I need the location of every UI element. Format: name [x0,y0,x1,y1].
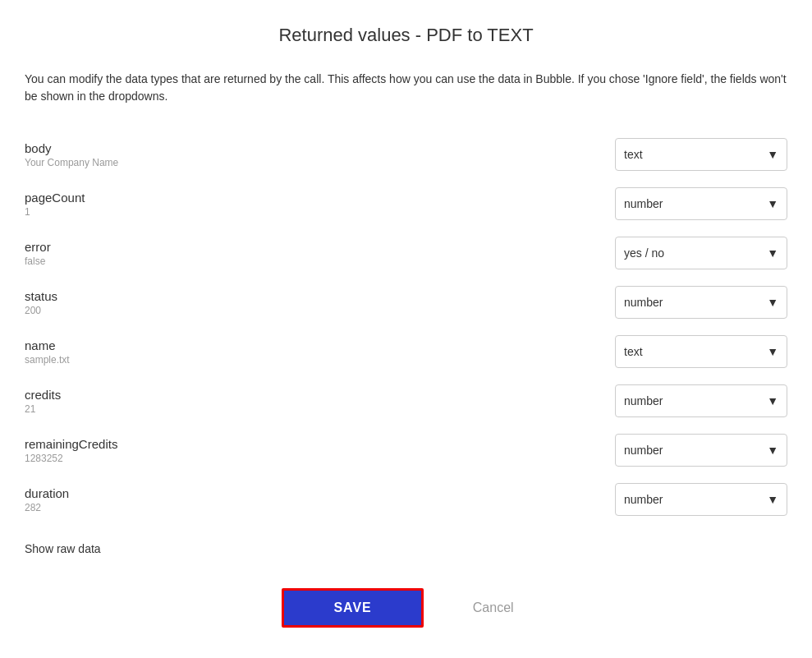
table-row: status200number▼ [25,278,787,327]
dropdown-duration[interactable]: number▼ [615,483,787,516]
chevron-down-icon: ▼ [767,246,778,260]
field-sample-error: false [25,255,51,267]
table-row: bodyYour Company Nametext▼ [25,130,787,179]
page-title: Returned values - PDF to TEXT [25,25,787,46]
dropdown-name[interactable]: text▼ [615,335,787,368]
dropdown-remainingCredits[interactable]: number▼ [615,434,787,467]
field-name-pageCount: pageCount [25,191,85,205]
chevron-down-icon: ▼ [767,345,778,358]
cancel-button[interactable]: Cancel [456,591,530,625]
page-container: Returned values - PDF to TEXT You can mo… [0,0,812,658]
field-name-status: status [25,289,57,303]
field-sample-remainingCredits: 1283252 [25,453,117,464]
table-row: errorfalseyes / no▼ [25,228,787,278]
show-raw-data-link[interactable]: Show raw data [25,542,101,555]
chevron-down-icon: ▼ [767,394,778,407]
dropdown-status[interactable]: number▼ [615,286,787,319]
chevron-down-icon: ▼ [767,197,778,210]
field-sample-duration: 282 [25,502,69,513]
chevron-down-icon: ▼ [767,148,778,161]
table-row: credits21number▼ [25,376,787,426]
table-row: namesample.txttext▼ [25,327,787,376]
footer-buttons: SAVE Cancel [25,588,787,628]
dropdown-credits[interactable]: number▼ [615,384,787,417]
field-sample-pageCount: 1 [25,206,85,218]
table-row: remainingCredits1283252number▼ [25,426,787,475]
save-button[interactable]: SAVE [282,588,423,628]
field-name-duration: duration [25,486,69,500]
fields-list: bodyYour Company Nametext▼pageCount1numb… [25,130,787,524]
field-name-name: name [25,338,70,352]
field-sample-body: Your Company Name [25,157,118,168]
field-name-credits: credits [25,388,61,402]
field-name-error: error [25,240,51,254]
field-name-body: body [25,141,118,155]
dropdown-body[interactable]: text▼ [615,138,787,171]
dropdown-pageCount[interactable]: number▼ [615,187,787,220]
table-row: duration282number▼ [25,475,787,524]
description-text: You can modify the data types that are r… [25,71,787,105]
chevron-down-icon: ▼ [767,493,778,506]
dropdown-error[interactable]: yes / no▼ [615,237,787,269]
field-sample-name: sample.txt [25,354,70,366]
chevron-down-icon: ▼ [767,296,778,309]
chevron-down-icon: ▼ [767,444,778,457]
field-name-remainingCredits: remainingCredits [25,437,117,451]
table-row: pageCount1number▼ [25,179,787,228]
field-sample-credits: 21 [25,403,61,415]
field-sample-status: 200 [25,305,57,316]
